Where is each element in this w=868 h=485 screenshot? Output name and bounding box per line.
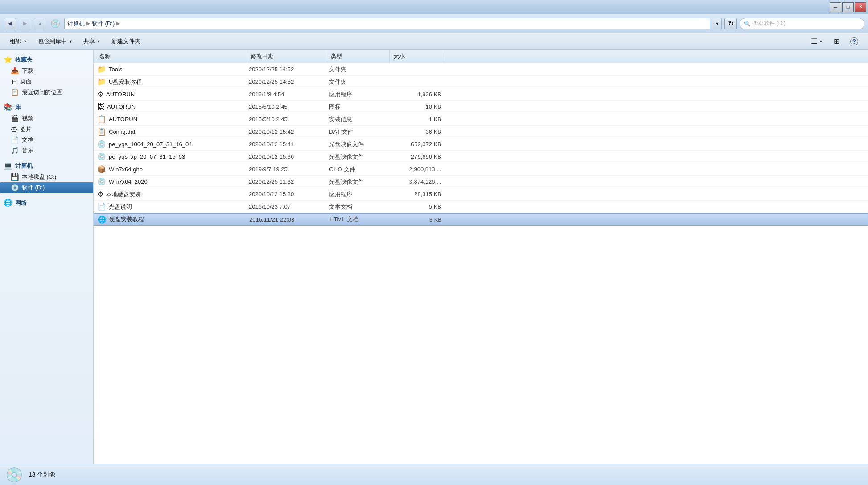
sidebar-network-label: 网络 [15,199,27,207]
sidebar-item-picture[interactable]: 🖼 图片 [0,124,93,135]
file-name-hdd-install: 硬盘安装教程 [109,215,144,223]
cell-size-local-install: 28,315 KB [390,191,443,197]
cell-date-disc-readme: 2016/10/23 7:07 [247,203,327,210]
cell-type-pe-yqs-1064: 光盘映像文件 [327,140,390,148]
sidebar-recent-label: 最近访问的位置 [22,88,62,96]
file-row-autorun-ico[interactable]: 🖼 AUTORUN 2015/5/10 2:45 图标 10 KB [94,101,868,113]
share-button[interactable]: 共享 ▼ [79,35,105,48]
sidebar-network-header[interactable]: 🌐 网络 [0,197,93,209]
search-box[interactable]: 🔍 搜索 软件 (D:) [740,18,864,29]
file-row-pe-yqs-1064[interactable]: 💿 pe_yqs_1064_20_07_31_16_04 2020/10/12 … [94,138,868,151]
file-icon-pe-yqs-xp: 💿 [97,152,106,161]
cell-name-autorun-ico: 🖼 AUTORUN [95,103,247,111]
sidebar-item-docs[interactable]: 📄 文档 [0,135,93,145]
file-row-pe-yqs-xp[interactable]: 💿 pe_yqs_xp_20_07_31_15_53 2020/10/12 15… [94,151,868,163]
up-button[interactable]: ▲ [34,18,46,29]
back-button[interactable]: ◀ [4,18,16,29]
file-icon-pe-yqs-1064: 💿 [97,140,106,148]
col-header-type[interactable]: 类型 [327,50,390,63]
col-size-label: 大小 [393,53,405,61]
d-drive-icon: 💿 [11,184,19,192]
cell-size-pe-yqs-1064: 652,072 KB [390,141,443,148]
col-header-size[interactable]: 大小 [390,50,443,63]
sidebar-item-c-drive[interactable]: 💾 本地磁盘 (C:) [0,172,93,182]
desktop-icon: 🖥 [11,78,17,86]
col-header-name[interactable]: 名称 [95,50,247,63]
close-button[interactable]: ✕ [855,2,866,12]
sidebar-item-video[interactable]: 🎬 视频 [0,113,93,124]
cell-type-tools: 文件夹 [327,66,390,74]
picture-icon: 🖼 [11,126,17,133]
file-icon-autorun-ico: 🖼 [97,103,104,111]
sidebar-item-recent[interactable]: 📋 最近访问的位置 [0,87,93,98]
forward-button[interactable]: ▶ [19,18,31,29]
help-button[interactable]: ? [846,35,863,48]
organize-button[interactable]: 组织 ▼ [5,35,32,48]
file-icon-disc-readme: 📄 [97,202,106,211]
cell-name-config-dat: 📋 Config.dat [95,127,247,136]
breadcrumb-bar[interactable]: 计算机 ▶ 软件 (D:) ▶ [64,18,710,29]
sidebar-section-computer: 💻 计算机 💾 本地磁盘 (C:) 💿 软件 (D:) [0,160,93,193]
sidebar-item-desktop[interactable]: 🖥 桌面 [0,76,93,87]
cell-name-local-install: ⚙ 本地硬盘安装 [95,190,247,198]
file-name-tools: Tools [109,66,122,73]
file-row-autorun-exe[interactable]: ⚙ AUTORUN 2016/1/8 4:54 应用程序 1,926 KB [94,88,868,101]
cell-size-win7x64-2020: 3,874,126 ... [390,178,443,185]
file-row-hdd-install[interactable]: 🌐 硬盘安装教程 2016/11/21 22:03 HTML 文档 3 KB [94,213,868,226]
view-dropdown-icon: ▼ [819,39,823,44]
cell-name-win7x64-2020: 💿 Win7x64_2020 [95,177,247,186]
breadcrumb-computer[interactable]: 计算机 [67,20,85,28]
cell-size-autorun-ico: 10 KB [390,103,443,110]
title-bar: ─ □ ✕ [0,0,868,14]
cell-name-pe-yqs-1064: 💿 pe_yqs_1064_20_07_31_16_04 [95,140,247,148]
file-row-local-install[interactable]: ⚙ 本地硬盘安装 2020/10/12 15:30 应用程序 28,315 KB [94,188,868,201]
view2-button[interactable]: ⊞ [829,35,844,48]
refresh-button[interactable]: ↻ [724,18,737,29]
file-row-disc-readme[interactable]: 📄 光盘说明 2016/10/23 7:07 文本文档 5 KB [94,201,868,213]
breadcrumb-drive[interactable]: 软件 (D:) [92,20,115,28]
file-name-disc-readme: 光盘说明 [109,203,132,211]
cell-date-local-install: 2020/10/12 15:30 [247,191,327,197]
cell-name-pe-yqs-xp: 💿 pe_yqs_xp_20_07_31_15_53 [95,152,247,161]
sidebar-d-drive-label: 软件 (D:) [22,184,45,192]
minimize-button[interactable]: ─ [830,2,841,12]
sidebar: ⭐ 收藏夹 📥 下载 🖥 桌面 📋 最近访问的位置 📚 库 [0,50,94,464]
col-type-label: 类型 [331,53,342,61]
file-row-autorun-inf[interactable]: 📋 AUTORUN 2015/5/10 2:45 安装信息 1 KB [94,113,868,126]
sidebar-item-d-drive[interactable]: 💿 软件 (D:) [0,182,93,193]
file-row-config-dat[interactable]: 📋 Config.dat 2020/10/12 15:42 DAT 文件 36 … [94,126,868,138]
new-folder-button[interactable]: 新建文件夹 [107,35,145,48]
docs-icon: 📄 [11,136,19,144]
sidebar-library-header[interactable]: 📚 库 [0,101,93,113]
file-row-u-install[interactable]: 📁 U盘安装教程 2020/12/25 14:52 文件夹 [94,76,868,88]
sidebar-computer-label: 计算机 [15,162,33,170]
col-header-date[interactable]: 修改日期 [247,50,327,63]
include-library-button[interactable]: 包含到库中 ▼ [33,35,77,48]
computer-icon: 💻 [4,161,12,170]
file-row-win7x64-gho[interactable]: 📦 Win7x64.gho 2019/9/7 19:25 GHO 文件 2,90… [94,163,868,176]
cell-date-config-dat: 2020/10/12 15:42 [247,128,327,135]
file-row-tools[interactable]: 📁 Tools 2020/12/25 14:52 文件夹 [94,63,868,76]
sidebar-item-music[interactable]: 🎵 音乐 [0,145,93,156]
view-button[interactable]: ☰ ▼ [806,35,827,48]
sidebar-c-drive-label: 本地磁盘 (C:) [22,173,56,181]
file-name-local-install: 本地硬盘安装 [106,190,141,198]
view-icon: ☰ [811,37,817,45]
cell-type-autorun-inf: 安装信息 [327,115,390,123]
include-label: 包含到库中 [38,37,67,45]
status-count: 13 个对象 [29,471,56,479]
cell-type-config-dat: DAT 文件 [327,128,390,136]
sidebar-favorites-header[interactable]: ⭐ 收藏夹 [0,53,93,66]
cell-date-autorun-exe: 2016/1/8 4:54 [247,91,327,98]
sidebar-computer-header[interactable]: 💻 计算机 [0,160,93,172]
cell-type-u-install: 文件夹 [327,78,390,86]
file-row-win7x64-2020[interactable]: 💿 Win7x64_2020 2020/12/25 11:32 光盘映像文件 3… [94,176,868,188]
view2-icon: ⊞ [834,37,839,45]
maximize-button[interactable]: □ [842,2,854,12]
breadcrumb-dropdown[interactable]: ▼ [713,18,722,29]
cell-date-autorun-ico: 2015/5/10 2:45 [247,103,327,110]
network-icon: 🌐 [4,198,12,207]
cell-size-win7x64-gho: 2,900,813 ... [390,166,443,173]
sidebar-item-download[interactable]: 📥 下载 [0,66,93,76]
file-name-autorun-ico: AUTORUN [107,103,136,110]
